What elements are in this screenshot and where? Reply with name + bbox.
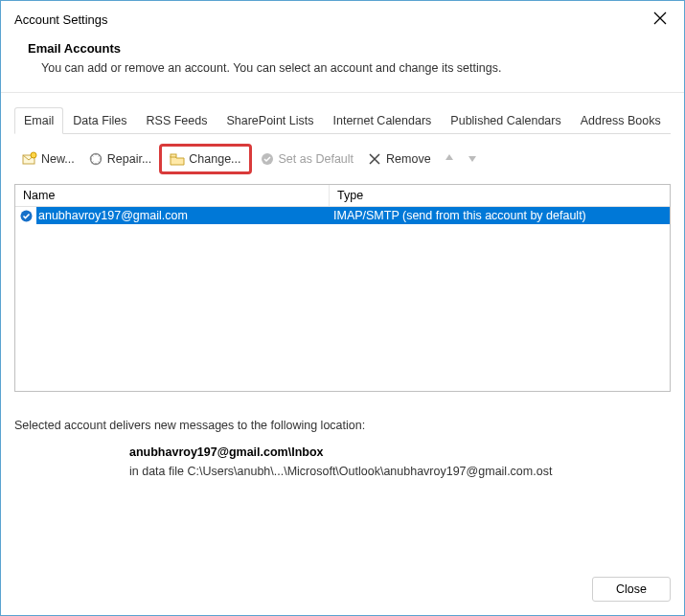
- folder-change-icon: [170, 151, 185, 167]
- window-title: Account Settings: [14, 12, 108, 27]
- remove-label: Remove: [386, 152, 431, 166]
- tab-sharepoint-lists[interactable]: SharePoint Lists: [217, 107, 323, 134]
- tab-data-files[interactable]: Data Files: [63, 107, 136, 134]
- close-icon[interactable]: [648, 7, 673, 32]
- delivery-location-path: in data file C:\Users\anubh\...\Microsof…: [129, 465, 671, 478]
- tab-strip: Email Data Files RSS Feeds SharePoint Li…: [14, 106, 671, 134]
- repair-button[interactable]: Repair...: [82, 148, 158, 171]
- row-name: anubhavroy197@gmail.com: [36, 209, 330, 222]
- table-row[interactable]: anubhavroy197@gmail.com IMAP/SMTP (send …: [15, 207, 670, 224]
- repair-label: Repair...: [107, 152, 152, 166]
- remove-button[interactable]: Remove: [361, 148, 437, 171]
- check-circle-icon: [260, 151, 275, 167]
- new-button[interactable]: New...: [16, 148, 80, 171]
- tab-internet-calendars[interactable]: Internet Calendars: [324, 107, 442, 134]
- tab-email[interactable]: Email: [14, 107, 63, 134]
- arrow-down-icon: [467, 153, 478, 167]
- row-type: IMAP/SMTP (send from this account by def…: [330, 209, 670, 222]
- svg-point-1: [31, 152, 36, 158]
- tab-address-books[interactable]: Address Books: [571, 107, 671, 134]
- list-header: Name Type: [15, 185, 670, 207]
- delivery-location-bold: anubhavroy197@gmail.com\Inbox: [129, 445, 671, 459]
- header-panel: Email Accounts You can add or remove an …: [1, 35, 684, 93]
- svg-rect-3: [171, 154, 176, 157]
- move-down-button: [462, 150, 483, 169]
- accounts-list: Name Type anubhavroy197@gmail.com IMAP/S…: [14, 184, 671, 392]
- change-button[interactable]: Change...: [164, 148, 246, 171]
- column-type[interactable]: Type: [330, 185, 670, 206]
- header-description: You can add or remove an account. You ca…: [41, 61, 671, 75]
- tab-published-calendars[interactable]: Published Calendars: [441, 107, 570, 134]
- change-highlight: Change...: [159, 144, 251, 174]
- dialog-footer: Close: [1, 567, 684, 615]
- arrow-up-icon: [444, 153, 455, 167]
- title-bar: Account Settings: [1, 1, 684, 35]
- default-check-icon: [15, 207, 36, 224]
- set-default-label: Set as Default: [279, 152, 354, 166]
- move-up-button: [439, 150, 460, 169]
- new-label: New...: [41, 152, 75, 166]
- envelope-new-icon: [22, 151, 37, 167]
- column-name[interactable]: Name: [15, 185, 330, 206]
- delivery-label: Selected account delivers new messages t…: [14, 419, 671, 432]
- toolbar: New... Repair... Change... Set as Defaul…: [14, 134, 671, 184]
- dialog-body: Email Data Files RSS Feeds SharePoint Li…: [1, 93, 684, 567]
- change-label: Change...: [189, 152, 240, 166]
- remove-x-icon: [367, 151, 382, 167]
- tab-rss-feeds[interactable]: RSS Feeds: [137, 107, 217, 134]
- close-button[interactable]: Close: [592, 577, 671, 602]
- repair-icon: [88, 151, 103, 167]
- set-default-button: Set as Default: [254, 148, 360, 171]
- header-heading: Email Accounts: [28, 41, 671, 56]
- delivery-location: anubhavroy197@gmail.com\Inbox in data fi…: [129, 445, 671, 478]
